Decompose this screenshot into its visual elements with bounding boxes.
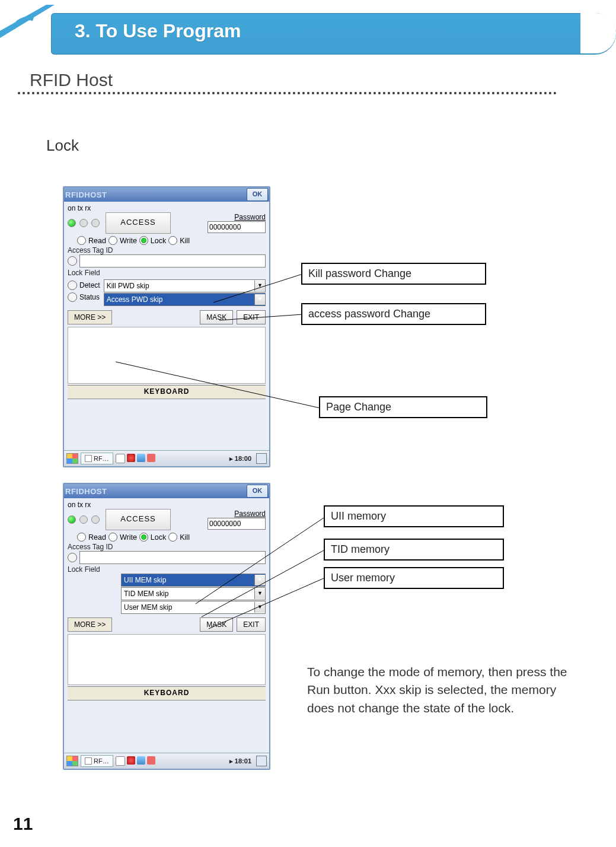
ok-button[interactable]: OK [247, 485, 268, 498]
led-header: on tx rx [68, 501, 266, 509]
radio-read[interactable] [77, 533, 86, 542]
callout-uii-memory: UII memory [324, 505, 504, 527]
exit-button[interactable]: EXIT [237, 310, 266, 324]
lock-field-label: Lock Field [68, 565, 266, 574]
window-title: RFIDHOST [65, 487, 107, 496]
device-screenshot-2: RFIDHOST OK on tx rx ACCESS Password Rea… [63, 483, 270, 770]
led-tx-icon [79, 515, 88, 524]
password-input[interactable] [208, 221, 266, 233]
lockfield-dropdown-2[interactable]: Access PWD skip▼ [104, 293, 266, 306]
lockfield-dropdown-1[interactable]: UII MEM skip▼ [121, 574, 266, 587]
tray-icon[interactable] [127, 454, 135, 462]
password-input[interactable] [208, 518, 266, 530]
radio-lock[interactable] [139, 533, 148, 542]
description-text: To change the mode of memory, then press… [307, 663, 580, 717]
led-header: on tx rx [68, 204, 266, 212]
tray-icon[interactable] [137, 454, 145, 462]
start-icon[interactable] [66, 756, 78, 766]
section-title: RFID Host [30, 70, 113, 90]
led-on-icon [68, 515, 76, 524]
tray-icon[interactable] [137, 756, 145, 765]
mask-button[interactable]: MASK [200, 617, 233, 632]
mode-radio-group: Read Write Lock Kill [77, 533, 266, 542]
start-icon[interactable] [66, 453, 78, 464]
brand-logo [0, 5, 55, 64]
more-button[interactable]: MORE >> [68, 617, 112, 632]
led-indicators [68, 515, 100, 524]
chevron-down-icon: ▼ [254, 575, 265, 585]
password-label: Password [234, 213, 266, 221]
chevron-down-icon: ▼ [254, 294, 265, 305]
tray-icon[interactable] [127, 756, 135, 765]
lockfield-dropdown-2[interactable]: TID MEM skip▼ [121, 587, 266, 600]
lockfield-dropdown-3[interactable]: User MEM skip▼ [121, 601, 266, 614]
led-indicators [68, 219, 100, 227]
taskbar: RF… ▸ 18:00 [64, 450, 269, 466]
clock: ▸ 18:01 [229, 757, 251, 765]
radio-lock[interactable] [139, 236, 148, 245]
tray-icons [116, 454, 155, 463]
password-label: Password [234, 510, 266, 518]
window-title-bar: RFIDHOST OK [64, 187, 269, 202]
callout-access-password: access password Change [301, 303, 486, 325]
tagid-toggle[interactable] [68, 553, 77, 562]
taskbar: RF… ▸ 18:01 [64, 753, 269, 769]
radio-kill[interactable] [168, 533, 177, 542]
led-on-icon [68, 219, 76, 227]
tray-icon[interactable] [116, 756, 125, 766]
window-body: on tx rx ACCESS Password Read Write Lock… [64, 202, 269, 399]
access-tag-id-label: Access Tag ID [68, 543, 266, 551]
window-body: on tx rx ACCESS Password Read Write Lock… [64, 498, 269, 700]
manual-page: 3. To Use Program RFID Host Lock RFIDHOS… [0, 0, 616, 847]
radio-write[interactable] [108, 236, 117, 245]
radio-kill[interactable] [168, 236, 177, 245]
tray-icon[interactable] [147, 454, 155, 462]
tray-icons [116, 756, 155, 766]
lock-field-label: Lock Field [68, 269, 266, 277]
task-item[interactable]: RF… [81, 755, 113, 767]
keyboard-button[interactable]: KEYBOARD [68, 385, 266, 399]
radio-read[interactable] [77, 236, 86, 245]
led-rx-icon [91, 219, 100, 227]
ok-button[interactable]: OK [247, 188, 268, 201]
callout-user-memory: User memory [324, 567, 504, 589]
window-title-bar: RFIDHOST OK [64, 484, 269, 498]
exit-button[interactable]: EXIT [237, 617, 266, 632]
access-tag-id-input[interactable] [79, 254, 266, 268]
chapter-title: 3. To Use Program [75, 20, 241, 42]
divider-dotted [18, 92, 557, 94]
desktop-icon[interactable] [256, 453, 267, 464]
window-title: RFIDHOST [65, 190, 107, 199]
mask-button[interactable]: MASK [200, 310, 233, 324]
log-area [68, 327, 266, 384]
subsection-title: Lock [46, 136, 79, 155]
mode-radio-group: Read Write Lock Kill [77, 236, 266, 245]
access-button[interactable]: ACCESS [106, 509, 171, 530]
task-item[interactable]: RF… [81, 453, 113, 464]
access-button[interactable]: ACCESS [106, 212, 171, 234]
desktop-icon[interactable] [256, 756, 267, 766]
led-tx-icon [79, 219, 88, 227]
tray-icon[interactable] [116, 454, 125, 463]
log-area [68, 634, 266, 685]
chevron-down-icon: ▼ [254, 588, 265, 599]
led-rx-icon [91, 515, 100, 524]
access-tag-id-label: Access Tag ID [68, 246, 266, 254]
lockfield-dropdown-1[interactable]: Kill PWD skip▼ [104, 279, 266, 292]
chapter-header: 3. To Use Program [0, 13, 616, 53]
detect-toggle[interactable] [68, 281, 77, 290]
access-tag-id-input[interactable] [79, 551, 266, 564]
callout-kill-password: Kill password Change [301, 263, 486, 285]
chevron-down-icon: ▼ [254, 281, 265, 291]
radio-write[interactable] [108, 533, 117, 542]
page-number: 11 [13, 814, 33, 834]
tagid-toggle[interactable] [68, 256, 77, 266]
keyboard-button[interactable]: KEYBOARD [68, 686, 266, 700]
device-screenshot-1: RFIDHOST OK on tx rx ACCESS Password Rea… [63, 186, 270, 467]
tray-icon[interactable] [147, 756, 155, 765]
chevron-down-icon: ▼ [254, 602, 265, 613]
more-button[interactable]: MORE >> [68, 310, 112, 324]
clock: ▸ 18:00 [229, 455, 251, 463]
callout-page-change: Page Change [319, 396, 487, 418]
status-toggle[interactable] [68, 292, 77, 302]
